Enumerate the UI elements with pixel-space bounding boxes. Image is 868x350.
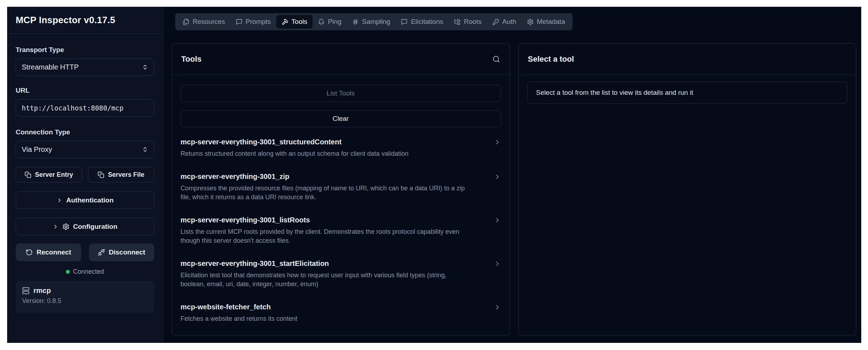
copy-icon <box>25 171 31 178</box>
chevron-right-icon <box>494 217 501 224</box>
tool-list-item[interactable]: mcp-server-everything-3001_structuredCon… <box>181 138 501 158</box>
details-panel-title: Select a tool <box>528 55 574 64</box>
tool-list-item[interactable]: mcp-server-everything-3001_listRoots Lis… <box>181 216 501 245</box>
app-title: MCP Inspector v0.17.5 <box>7 7 163 34</box>
connection-type-label: Connection Type <box>16 128 154 136</box>
gear-icon <box>62 223 69 230</box>
transport-type-value: Streamable HTTP <box>22 63 79 71</box>
copy-icon <box>98 171 104 178</box>
url-input[interactable] <box>22 104 148 112</box>
mcp-inspector-app: MCP Inspector v0.17.5 Transport Type Str… <box>7 7 861 343</box>
tab-label: Elicitations <box>411 18 443 26</box>
server-icon <box>22 287 30 294</box>
tool-name: mcp-website-fetcher_fetch <box>181 303 271 311</box>
empty-state-box: Select a tool from the list to view its … <box>527 82 848 104</box>
tab-roots[interactable]: Roots <box>449 15 487 29</box>
tool-list-item[interactable]: mcp-website-fetcher_fetch Fetches a webs… <box>181 303 501 323</box>
connection-status: Connected <box>16 268 154 276</box>
chevron-right-icon <box>52 223 59 230</box>
chevron-right-icon <box>494 260 501 267</box>
tab-bar: Resources Prompts Tools Ping Sampling El… <box>175 13 572 30</box>
servers-file-label: Servers File <box>108 171 144 179</box>
reconnect-label: Reconnect <box>37 248 71 256</box>
tab-metadata[interactable]: Metadata <box>522 15 570 29</box>
tool-description: Elicitation test tool that demonstrates … <box>181 271 469 289</box>
chevron-right-icon <box>494 139 501 146</box>
url-input-wrap <box>16 99 154 117</box>
tool-details-panel: Select a tool Select a tool from the lis… <box>518 43 857 336</box>
main-area: Resources Prompts Tools Ping Sampling El… <box>163 7 861 343</box>
tab-label: Ping <box>328 18 341 26</box>
connection-type-select[interactable]: Via Proxy <box>16 141 154 158</box>
folder-tree-icon <box>454 19 461 25</box>
tab-label: Tools <box>292 18 307 26</box>
url-label: URL <box>16 87 154 94</box>
tool-list: mcp-server-everything-3001_structuredCon… <box>181 138 501 323</box>
tab-sampling[interactable]: Sampling <box>347 15 396 29</box>
disconnect-button[interactable]: Disconnect <box>89 243 155 261</box>
tab-auth[interactable]: Auth <box>487 15 522 29</box>
message-square-icon <box>236 19 242 25</box>
servers-file-button[interactable]: Servers File <box>88 167 155 182</box>
rotate-ccw-icon <box>26 249 33 256</box>
tools-panel-title: Tools <box>181 55 202 64</box>
tab-label: Metadata <box>537 18 565 26</box>
tools-panel: Tools List Tools Clear mcp-server-everyt… <box>172 43 510 336</box>
unplug-icon <box>98 249 105 256</box>
clear-button[interactable]: Clear <box>181 110 501 127</box>
tool-description: Compresses the provided resource files (… <box>181 184 469 202</box>
hash-icon <box>352 19 359 25</box>
tab-resources[interactable]: Resources <box>177 15 230 29</box>
transport-type-label: Transport Type <box>16 46 154 54</box>
chevron-right-icon <box>494 304 501 311</box>
files-icon <box>183 19 189 25</box>
tool-name: mcp-server-everything-3001_startElicitat… <box>181 259 329 268</box>
disconnect-label: Disconnect <box>109 248 145 256</box>
server-name: rmcp <box>33 287 51 295</box>
tab-label: Prompts <box>246 18 271 26</box>
list-tools-button[interactable]: List Tools <box>181 85 501 102</box>
authentication-label: Authentication <box>66 196 114 204</box>
tab-label: Resources <box>193 18 225 26</box>
tool-description: Lists the current MCP roots provided by … <box>181 227 469 245</box>
server-info-card: rmcp Version: 0.8.5 <box>16 281 154 313</box>
chevron-right-icon <box>494 173 501 180</box>
sidebar: MCP Inspector v0.17.5 Transport Type Str… <box>7 7 163 343</box>
tab-elicitations[interactable]: Elicitations <box>396 15 449 29</box>
tool-name: mcp-server-everything-3001_listRoots <box>181 216 310 224</box>
empty-state-message: Select a tool from the list to view its … <box>536 89 693 97</box>
reconnect-button[interactable]: Reconnect <box>16 243 81 261</box>
transport-type-select[interactable]: Streamable HTTP <box>16 58 154 76</box>
chevrons-up-down-icon <box>142 146 148 153</box>
server-entry-label: Server Entry <box>35 171 73 179</box>
tab-label: Roots <box>464 18 482 26</box>
tool-list-item[interactable]: mcp-server-everything-3001_zip Compresse… <box>181 173 501 202</box>
tab-prompts[interactable]: Prompts <box>230 15 276 29</box>
configuration-label: Configuration <box>73 223 117 231</box>
configuration-button[interactable]: Configuration <box>16 218 154 235</box>
connection-type-value: Via Proxy <box>22 145 52 154</box>
chevron-right-icon <box>56 197 63 204</box>
bell-icon <box>318 19 325 25</box>
authentication-button[interactable]: Authentication <box>16 191 154 209</box>
server-version: Version: 0.8.5 <box>22 297 148 305</box>
hammer-icon <box>282 19 288 25</box>
search-icon[interactable] <box>492 55 500 63</box>
tool-description: Fetches a website and returns its conten… <box>181 314 469 323</box>
tool-name: mcp-server-everything-3001_zip <box>181 173 289 181</box>
tool-description: Returns structured content along with an… <box>181 149 469 158</box>
tab-tools[interactable]: Tools <box>276 15 313 29</box>
tab-label: Auth <box>502 18 516 26</box>
status-dot-icon <box>66 270 70 274</box>
gear-icon <box>527 19 534 25</box>
message-square-icon <box>401 19 408 25</box>
tool-name: mcp-server-everything-3001_structuredCon… <box>181 138 341 146</box>
tab-ping[interactable]: Ping <box>313 15 347 29</box>
chevrons-up-down-icon <box>142 64 148 70</box>
tab-label: Sampling <box>362 18 390 26</box>
tool-list-item[interactable]: mcp-server-everything-3001_startElicitat… <box>181 259 501 289</box>
server-entry-button[interactable]: Server Entry <box>16 167 82 182</box>
key-icon <box>492 19 499 25</box>
status-label: Connected <box>73 268 104 276</box>
